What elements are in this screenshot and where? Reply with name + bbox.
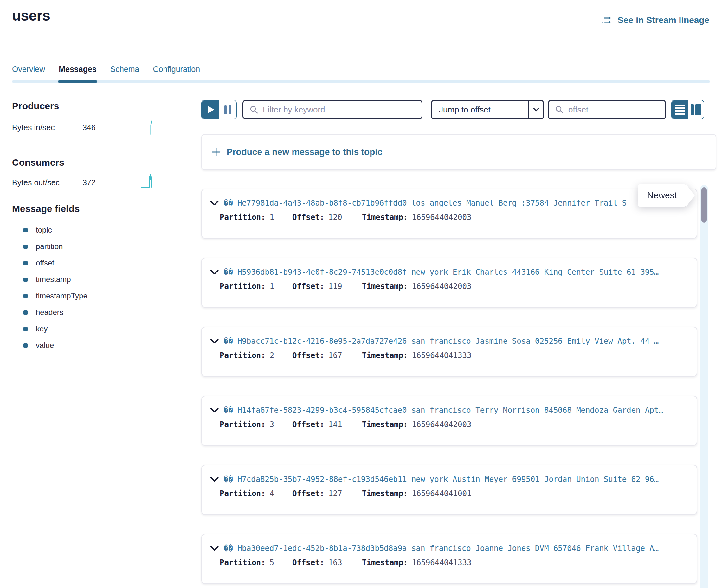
field-item-headers[interactable]: headers bbox=[12, 304, 87, 321]
expand-chevron-icon[interactable] bbox=[210, 201, 219, 206]
tab-bar: Overview Messages Schema Configuration bbox=[12, 65, 200, 83]
expand-chevron-icon[interactable] bbox=[210, 546, 219, 551]
produce-button-label: Produce a new message to this topic bbox=[227, 147, 383, 157]
key-glyphs: �� bbox=[224, 198, 233, 208]
message-card[interactable]: �� H9bacc71c-b12c-4216-8e95-2a7da727e426… bbox=[201, 327, 697, 377]
field-bullet-icon bbox=[23, 327, 27, 331]
message-key: He77981da-4a43-48ab-b8f8-cb71b96ffdd0 lo… bbox=[238, 198, 626, 208]
page-title: users bbox=[12, 7, 50, 24]
message-card[interactable]: �� H5936db81-b943-4e0f-8c29-74513e0c0d8f… bbox=[201, 257, 697, 308]
message-key-row: �� H9bacc71c-b12c-4216-8e95-2a7da727e426… bbox=[210, 337, 689, 345]
field-label: timestampType bbox=[36, 292, 87, 300]
timestamp-value: 1659644041333 bbox=[412, 558, 472, 567]
timestamp-label: Timestamp: bbox=[362, 213, 408, 222]
offset-label: Offset: bbox=[292, 282, 324, 291]
message-list-scrollbar-track[interactable] bbox=[700, 185, 708, 588]
offset-value: 119 bbox=[328, 282, 342, 291]
partition-value: 5 bbox=[270, 558, 274, 567]
select-chevron-zone bbox=[528, 101, 543, 119]
offset-label: Offset: bbox=[292, 420, 324, 429]
partition-value: 3 bbox=[270, 420, 274, 429]
pause-button[interactable] bbox=[219, 101, 236, 119]
message-fields-heading: Message fields bbox=[12, 203, 80, 214]
message-key-row: �� H5936db81-b943-4e0f-8c29-74513e0c0d8f… bbox=[210, 268, 689, 277]
expand-chevron-icon[interactable] bbox=[210, 339, 219, 344]
field-item-timestampType[interactable]: timestampType bbox=[12, 288, 87, 304]
timestamp-label: Timestamp: bbox=[362, 282, 408, 291]
topic-message-viewer: users See in Stream lineage Overview Mes… bbox=[0, 0, 722, 588]
producers-heading: Producers bbox=[12, 101, 59, 111]
bytes-in-sparkline bbox=[148, 120, 154, 135]
message-card[interactable]: �� Hba30eed7-1edc-452b-8b1a-738d3b5d8a9a… bbox=[201, 534, 697, 584]
offset-label: Offset: bbox=[292, 213, 324, 222]
message-card[interactable]: �� He77981da-4a43-48ab-b8f8-cb71b96ffdd0… bbox=[201, 189, 697, 238]
field-item-offset[interactable]: offset bbox=[12, 255, 87, 271]
timestamp-label: Timestamp: bbox=[362, 489, 408, 498]
message-key-row: �� He77981da-4a43-48ab-b8f8-cb71b96ffdd0… bbox=[210, 198, 689, 208]
jump-to-offset-select[interactable]: Jump to offset bbox=[431, 100, 544, 120]
message-meta-row: Partition:1 Offset:119 Timestamp:1659644… bbox=[220, 282, 689, 291]
partition-label: Partition: bbox=[220, 282, 266, 291]
bytes-out-value: 372 bbox=[82, 178, 96, 187]
field-label: timestamp bbox=[36, 275, 71, 284]
tab-configuration[interactable]: Configuration bbox=[153, 65, 200, 83]
message-list-scrollbar-thumb[interactable] bbox=[701, 187, 707, 223]
bytes-out-label: Bytes out/sec bbox=[12, 178, 82, 187]
partition-label: Partition: bbox=[220, 420, 266, 429]
expand-chevron-icon[interactable] bbox=[210, 477, 219, 482]
message-card[interactable]: �� H7cda825b-35b7-4952-88ef-c193d546eb11… bbox=[201, 465, 697, 515]
play-icon bbox=[208, 106, 214, 113]
filter-input[interactable] bbox=[263, 105, 415, 115]
tab-messages[interactable]: Messages bbox=[59, 65, 97, 83]
tab-overview[interactable]: Overview bbox=[12, 65, 45, 83]
offset-value: 141 bbox=[328, 420, 342, 429]
see-in-stream-lineage-link[interactable]: See in Stream lineage bbox=[601, 15, 709, 25]
field-label: topic bbox=[36, 226, 52, 234]
field-item-timestamp[interactable]: timestamp bbox=[12, 271, 87, 288]
field-item-partition[interactable]: partition bbox=[12, 238, 87, 255]
search-icon bbox=[555, 105, 564, 114]
partition-label: Partition: bbox=[220, 351, 266, 360]
partition-label: Partition: bbox=[220, 558, 266, 567]
expand-chevron-icon[interactable] bbox=[210, 270, 219, 275]
bytes-in-value: 346 bbox=[82, 123, 96, 132]
columns-view-button[interactable] bbox=[688, 101, 704, 119]
key-glyphs: �� bbox=[224, 544, 233, 553]
newest-tooltip-label: Newest bbox=[647, 190, 677, 201]
field-label: key bbox=[36, 324, 47, 333]
offset-input[interactable] bbox=[568, 105, 659, 115]
tab-schema[interactable]: Schema bbox=[110, 65, 140, 83]
offset-label: Offset: bbox=[292, 558, 324, 567]
playpause-toggle bbox=[201, 100, 237, 120]
field-item-key[interactable]: key bbox=[12, 321, 87, 337]
timestamp-value: 1659644042003 bbox=[412, 213, 472, 222]
field-label: partition bbox=[36, 242, 63, 251]
view-mode-toggle bbox=[671, 100, 704, 120]
key-glyphs: �� bbox=[224, 475, 233, 484]
field-bullet-icon bbox=[23, 294, 27, 298]
produce-message-button[interactable]: Produce a new message to this topic bbox=[201, 134, 716, 170]
expand-chevron-icon[interactable] bbox=[210, 408, 219, 413]
field-bullet-icon bbox=[23, 277, 27, 282]
offset-value: 167 bbox=[328, 351, 342, 360]
message-key: H9bacc71c-b12c-4216-8e95-2a7da727e426 sa… bbox=[238, 337, 659, 345]
field-item-topic[interactable]: topic bbox=[12, 222, 87, 238]
consumers-heading: Consumers bbox=[12, 157, 64, 168]
field-item-value[interactable]: value bbox=[12, 337, 87, 354]
list-view-icon bbox=[675, 105, 685, 115]
message-meta-row: Partition:5 Offset:163 Timestamp:1659644… bbox=[220, 558, 689, 567]
message-key: H7cda825b-35b7-4952-88ef-c193d546eb11 ne… bbox=[238, 475, 659, 484]
timestamp-value: 1659644041333 bbox=[412, 351, 472, 360]
field-bullet-icon bbox=[23, 245, 27, 249]
message-meta-row: Partition:2 Offset:167 Timestamp:1659644… bbox=[220, 351, 689, 360]
timestamp-value: 1659644042003 bbox=[412, 282, 472, 291]
message-card[interactable]: �� H14fa67fe-5823-4299-b3c4-595845cfcae0… bbox=[201, 396, 697, 446]
list-view-button[interactable] bbox=[672, 101, 688, 119]
field-label: headers bbox=[36, 308, 63, 317]
message-key: H5936db81-b943-4e0f-8c29-74513e0c0d8f ne… bbox=[238, 268, 659, 277]
play-button[interactable] bbox=[202, 101, 219, 119]
field-label: offset bbox=[36, 258, 54, 267]
field-label: value bbox=[36, 341, 54, 350]
timestamp-label: Timestamp: bbox=[362, 351, 408, 360]
partition-label: Partition: bbox=[220, 213, 266, 222]
